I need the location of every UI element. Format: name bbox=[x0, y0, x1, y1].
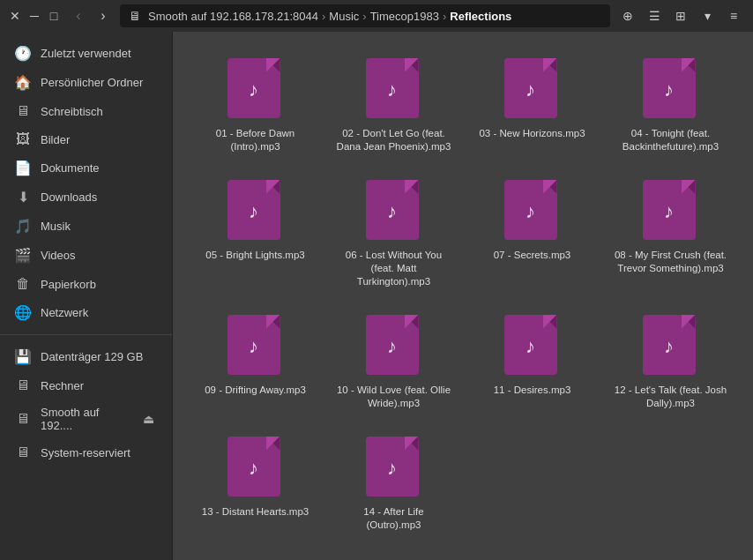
music-note-icon: ♪ bbox=[664, 200, 674, 223]
mp3-icon: ♪ bbox=[366, 180, 419, 240]
eject-button[interactable]: ⏏ bbox=[139, 410, 158, 428]
breadcrumb-sep-3: › bbox=[443, 10, 446, 23]
network-icon: 🌐 bbox=[14, 304, 32, 321]
system-reserved-icon: 🖥 bbox=[14, 444, 32, 460]
forward-button[interactable]: › bbox=[92, 4, 115, 27]
grid-view-button[interactable]: ⊞ bbox=[668, 4, 693, 27]
sidebar-item-pictures[interactable]: 🖼 Bilder bbox=[0, 125, 172, 153]
sidebar-item-smooth[interactable]: 🖥 Smooth auf 192.... ⏏ bbox=[0, 399, 172, 438]
sidebar-item-network[interactable]: 🌐 Netzwerk bbox=[0, 298, 172, 327]
mp3-icon: ♪ bbox=[643, 58, 696, 118]
file-icon-wrapper: ♪ bbox=[366, 58, 422, 122]
recent-icon: 🕐 bbox=[14, 45, 32, 62]
sidebar-item-home[interactable]: 🏠 Persönlicher Ordner bbox=[0, 68, 172, 97]
music-note-icon: ♪ bbox=[526, 200, 535, 223]
sidebar-label-desktop: Schreibtisch bbox=[41, 105, 158, 118]
list-item[interactable]: ♪05 - Bright Lights.mp3 bbox=[190, 171, 320, 297]
sidebar-item-system-reserved[interactable]: 🖥 System-reserviert bbox=[0, 438, 172, 467]
minimize-button[interactable]: ─ bbox=[26, 8, 42, 24]
mp3-icon: ♪ bbox=[227, 180, 280, 240]
menu-button[interactable]: ≡ bbox=[721, 4, 746, 27]
sidebar-label-pictures: Bilder bbox=[41, 133, 158, 146]
file-icon-wrapper: ♪ bbox=[227, 58, 284, 122]
mp3-icon: ♪ bbox=[366, 437, 419, 497]
sidebar-item-storage[interactable]: 💾 Datenträger 129 GB bbox=[0, 342, 172, 371]
network-icon-btn[interactable]: ⊕ bbox=[615, 4, 640, 27]
file-icon-wrapper: ♪ bbox=[227, 315, 284, 378]
file-icon-wrapper: ♪ bbox=[504, 180, 561, 243]
list-item[interactable]: ♪12 - Let's Talk (feat. Josh Dally).mp3 bbox=[606, 306, 735, 419]
sidebar-item-trash[interactable]: 🗑 Papierkorb bbox=[0, 270, 172, 298]
sidebar-label-recent: Zuletzt verwendet bbox=[41, 47, 158, 60]
breadcrumb-part-2[interactable]: Music bbox=[329, 10, 359, 23]
mp3-icon: ♪ bbox=[504, 58, 557, 118]
list-item[interactable]: ♪02 - Don't Let Go (feat. Dana Jean Phoe… bbox=[329, 49, 459, 162]
sidebar-label-smooth: Smooth auf 192.... bbox=[41, 406, 130, 432]
mp3-icon: ♪ bbox=[504, 180, 557, 240]
breadcrumb-part-4[interactable]: Reflections bbox=[450, 10, 511, 23]
file-name-label: 04 - Tonight (feat. Backinthefuture).mp3 bbox=[614, 127, 728, 153]
sidebar-item-documents[interactable]: 📄 Dokumente bbox=[0, 153, 172, 183]
music-note-icon: ♪ bbox=[526, 78, 535, 101]
documents-icon: 📄 bbox=[14, 160, 32, 176]
sidebar-item-desktop[interactable]: 🖥 Schreibtisch bbox=[0, 97, 172, 125]
sidebar-label-trash: Papierkorb bbox=[41, 278, 158, 291]
file-name-label: 06 - Lost Without You (feat. Matt Turkin… bbox=[337, 249, 451, 288]
sidebar-item-videos[interactable]: 🎬 Videos bbox=[0, 241, 172, 270]
list-item[interactable]: ♪01 - Before Dawn (Intro).mp3 bbox=[190, 49, 320, 162]
file-icon-wrapper: ♪ bbox=[366, 180, 422, 243]
titlebar-actions: ⊕ ☰ ⊞ ▾ ≡ bbox=[615, 4, 746, 27]
breadcrumb-part-1[interactable]: Smooth auf 192.168.178.21:8044 bbox=[148, 10, 318, 23]
breadcrumb[interactable]: 🖥 Smooth auf 192.168.178.21:8044 › Music… bbox=[120, 4, 610, 27]
back-button[interactable]: ‹ bbox=[67, 4, 90, 27]
sidebar-label-documents: Dokumente bbox=[41, 161, 158, 175]
close-button[interactable]: ✕ bbox=[7, 8, 23, 24]
music-note-icon: ♪ bbox=[387, 78, 397, 101]
file-name-label: 13 - Distant Hearts.mp3 bbox=[202, 505, 309, 519]
file-name-label: 05 - Bright Lights.mp3 bbox=[205, 249, 305, 262]
file-icon-wrapper: ♪ bbox=[643, 180, 699, 243]
trash-icon: 🗑 bbox=[14, 276, 32, 292]
smooth-icon: 🖥 bbox=[14, 411, 32, 427]
breadcrumb-part-3[interactable]: Timecop1983 bbox=[370, 10, 439, 23]
file-browser-content: ♪01 - Before Dawn (Intro).mp3♪02 - Don't… bbox=[173, 32, 753, 560]
sidebar-item-recent[interactable]: 🕐 Zuletzt verwendet bbox=[0, 39, 172, 68]
list-item[interactable]: ♪11 - Desires.mp3 bbox=[467, 306, 597, 419]
music-icon: 🎵 bbox=[14, 218, 32, 235]
file-name-label: 07 - Secrets.mp3 bbox=[494, 249, 571, 262]
desktop-icon: 🖥 bbox=[14, 103, 32, 119]
sidebar: 🕐 Zuletzt verwendet 🏠 Persönlicher Ordne… bbox=[0, 32, 173, 560]
list-item[interactable]: ♪06 - Lost Without You (feat. Matt Turki… bbox=[329, 171, 459, 297]
list-item[interactable]: ♪03 - New Horizons.mp3 bbox=[467, 49, 597, 162]
file-icon-wrapper: ♪ bbox=[643, 315, 699, 378]
maximize-button[interactable]: □ bbox=[46, 8, 62, 24]
file-icon-wrapper: ♪ bbox=[227, 180, 284, 243]
file-icon-wrapper: ♪ bbox=[227, 437, 284, 500]
list-item[interactable]: ♪08 - My First Crush (feat. Trevor Somet… bbox=[606, 171, 735, 297]
list-view-button[interactable]: ☰ bbox=[642, 4, 667, 27]
list-item[interactable]: ♪10 - Wild Love (feat. Ollie Wride).mp3 bbox=[329, 306, 459, 419]
list-item[interactable]: ♪09 - Drifting Away.mp3 bbox=[190, 306, 320, 419]
music-note-icon: ♪ bbox=[387, 457, 397, 480]
sidebar-item-downloads[interactable]: ⬇ Downloads bbox=[0, 183, 172, 212]
sidebar-item-music[interactable]: 🎵 Musik bbox=[0, 212, 172, 241]
mp3-icon: ♪ bbox=[227, 58, 280, 118]
list-item[interactable]: ♪04 - Tonight (feat. Backinthefuture).mp… bbox=[606, 49, 735, 162]
breadcrumb-sep-1: › bbox=[322, 10, 325, 23]
nav-arrows: ‹ › bbox=[67, 4, 115, 27]
file-name-label: 08 - My First Crush (feat. Trevor Someth… bbox=[614, 249, 728, 275]
sidebar-item-computer[interactable]: 🖥 Rechner bbox=[0, 371, 172, 399]
mp3-icon: ♪ bbox=[227, 315, 280, 375]
sidebar-bottom: 💾 Datenträger 129 GB 🖥 Rechner 🖥 Smooth … bbox=[0, 334, 172, 467]
sidebar-label-system-reserved: System-reserviert bbox=[41, 446, 158, 459]
music-note-icon: ♪ bbox=[526, 335, 535, 358]
view-dropdown-button[interactable]: ▾ bbox=[695, 4, 719, 27]
sidebar-label-music: Musik bbox=[41, 220, 158, 233]
list-item[interactable]: ♪14 - After Life (Outro).mp3 bbox=[329, 428, 459, 541]
music-note-icon: ♪ bbox=[249, 457, 258, 480]
computer-icon: 🖥 bbox=[14, 377, 32, 393]
list-item[interactable]: ♪07 - Secrets.mp3 bbox=[467, 171, 597, 297]
mp3-icon: ♪ bbox=[366, 315, 419, 375]
file-name-label: 09 - Drifting Away.mp3 bbox=[205, 384, 306, 397]
list-item[interactable]: ♪13 - Distant Hearts.mp3 bbox=[190, 428, 320, 541]
